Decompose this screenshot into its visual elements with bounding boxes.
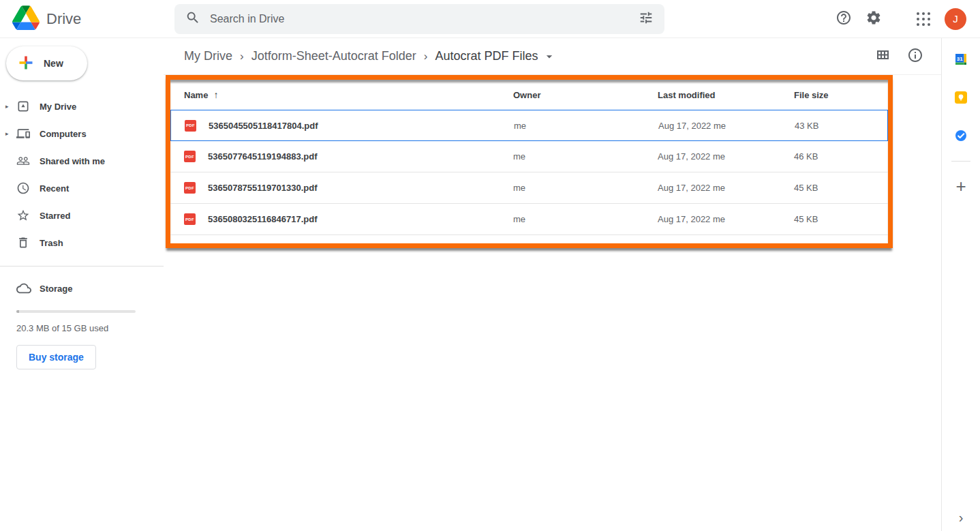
sidebar-item-label: Recent [40,183,69,194]
apps-grid-icon [917,12,930,26]
sidebar-item-label: Computers [40,129,87,139]
folder-dropdown-icon[interactable] [542,50,556,63]
expand-arrow-icon[interactable]: ▸ [5,103,16,110]
sidebar-divider [0,266,164,267]
chevron-right-icon: › [424,50,428,63]
sidebar-item-label: Starred [40,211,71,221]
sidebar-item-starred[interactable]: Starred [0,202,164,229]
file-owner: me [513,214,658,224]
search-bar[interactable] [174,4,664,34]
breadcrumb-folder[interactable]: Jotform-Sheet-Autocrat Folder [251,49,416,63]
sidebar-item-label: My Drive [40,102,76,112]
file-owner: me [513,151,658,162]
file-row[interactable]: PDF 5365045505118417804.pdf me Aug 17, 2… [170,110,888,141]
file-owner: me [514,121,658,131]
file-name: 5365077645119194883.pdf [208,151,317,162]
file-row[interactable]: PDF 5365078755119701330.pdf me Aug 17, 2… [170,172,888,204]
panel-divider [951,161,970,162]
breadcrumb-my-drive[interactable]: My Drive [184,49,232,63]
google-apps-button[interactable] [908,4,938,34]
tasks-panel-button[interactable] [947,123,975,150]
collapse-panel-chevron-icon[interactable]: › [959,510,964,526]
breadcrumb: My Drive › Jotform-Sheet-Autocrat Folder… [164,38,941,75]
storage-section: Storage 20.3 MB of 15 GB used Buy storag… [0,275,164,369]
help-icon [836,10,852,28]
storage-cloud-icon [16,281,31,296]
drive-logo-area[interactable]: Drive [0,5,174,33]
new-button[interactable]: New [6,46,87,80]
computers-icon [16,127,31,140]
column-header-modified[interactable]: Last modified [658,90,794,100]
chevron-right-icon: › [240,50,244,63]
file-modified: Aug 17, 2022 me [658,151,794,162]
drive-logo-icon [12,5,40,33]
breadcrumb-current-folder[interactable]: Autocrat PDF Files [435,49,555,63]
top-bar: Drive J [0,0,980,38]
file-name: 5365080325116846717.pdf [208,214,317,224]
search-icon[interactable] [185,10,200,28]
google-keep-icon [955,91,967,106]
left-sidebar: New ▸ My Drive ▸ Computers [0,38,164,531]
star-icon [16,209,31,222]
file-list: Name ↑ Owner Last modified File size PDF… [170,80,888,243]
file-list-header: Name ↑ Owner Last modified File size [170,80,888,110]
pdf-file-icon: PDF [184,213,196,225]
sidebar-item-trash[interactable]: Trash [0,229,164,256]
file-row[interactable]: PDF 5365077645119194883.pdf me Aug 17, 2… [170,141,888,172]
sidebar-item-shared-with-me[interactable]: Shared with me [0,147,164,175]
keep-panel-button[interactable] [947,85,975,112]
pdf-file-icon: PDF [184,182,196,194]
account-avatar[interactable]: J [945,8,966,30]
expand-arrow-icon[interactable]: ▸ [5,130,16,137]
file-modified: Aug 17, 2022 me [658,121,795,131]
storage-progress-bar [16,310,136,313]
sidebar-item-computers[interactable]: ▸ Computers [0,120,164,147]
shared-people-icon [16,154,31,168]
file-name: 5365045505118417804.pdf [209,121,318,131]
google-tasks-icon [955,130,967,144]
column-header-name[interactable]: Name ↑ [170,89,513,100]
main-content: My Drive › Jotform-Sheet-Autocrat Folder… [164,38,941,531]
info-icon[interactable] [907,47,923,66]
google-calendar-icon: 31 [955,53,967,67]
table-spacer [170,235,888,243]
top-bar-actions: J [829,4,980,34]
file-modified: Aug 17, 2022 me [658,214,794,224]
gear-icon [866,10,882,28]
help-button[interactable] [829,4,859,34]
file-row[interactable]: PDF 5365080325116846717.pdf me Aug 17, 2… [170,204,888,235]
settings-button[interactable] [859,4,889,34]
column-header-size[interactable]: File size [794,90,888,100]
search-options-icon[interactable] [639,10,654,28]
file-size: 43 KB [795,121,887,131]
file-modified: Aug 17, 2022 me [658,183,794,193]
plus-icon: + [955,177,966,195]
trash-icon [16,236,31,249]
calendar-panel-button[interactable]: 31 [947,46,975,74]
sort-ascending-icon[interactable]: ↑ [213,89,218,100]
sidebar-item-label: Shared with me [40,156,105,166]
sidebar-item-my-drive[interactable]: ▸ My Drive [0,93,164,120]
storage-usage-text: 20.3 MB of 15 GB used [16,323,164,333]
buy-storage-button[interactable]: Buy storage [16,345,96,369]
new-plus-icon [18,55,34,73]
current-folder-label: Autocrat PDF Files [435,49,538,63]
search-input[interactable] [210,13,639,25]
new-button-label: New [44,58,63,69]
sidebar-item-label: Trash [40,238,63,248]
svg-text:31: 31 [957,55,963,61]
storage-label: Storage [40,284,72,294]
column-header-owner[interactable]: Owner [513,90,658,100]
sidebar-item-storage[interactable]: Storage [0,275,164,302]
file-owner: me [513,183,658,193]
recent-clock-icon [16,181,31,195]
file-size: 45 KB [794,183,888,193]
file-size: 46 KB [794,151,888,162]
highlight-annotation: Name ↑ Owner Last modified File size PDF… [166,75,893,248]
sidebar-item-recent[interactable]: Recent [0,175,164,202]
grid-view-icon[interactable] [874,47,891,66]
app-title: Drive [46,10,81,28]
companion-panel: 31 + [941,38,980,531]
add-apps-button[interactable]: + [947,172,975,200]
storage-progress-fill [16,310,19,313]
